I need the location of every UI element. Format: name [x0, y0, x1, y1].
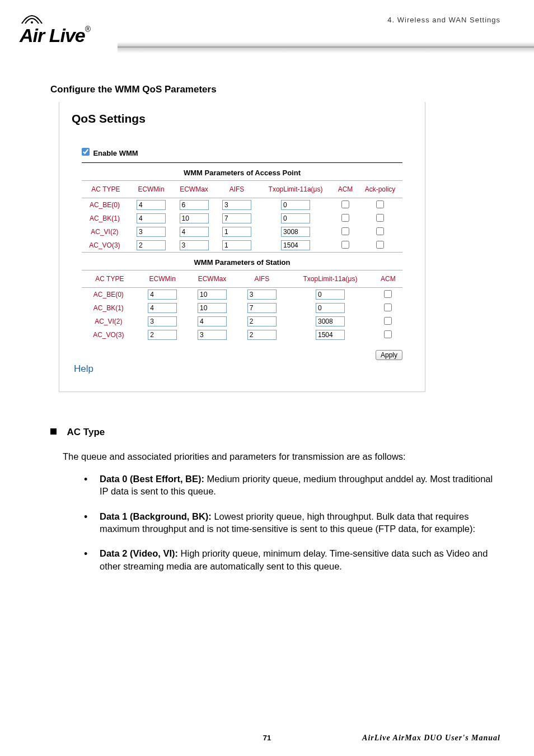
ap-table-caption: WMM Parameters of Access Point [82, 163, 402, 181]
sta-table-caption: WMM Parameters of Station [82, 252, 402, 270]
ecwmin-input[interactable] [148, 290, 177, 300]
ecwmin-input[interactable] [137, 227, 166, 237]
body-text: AC Type The queue and associated priorit… [50, 426, 500, 585]
table-row: AC_VO(3) [82, 328, 402, 342]
txop-input[interactable] [281, 240, 310, 250]
aifs-input[interactable] [247, 303, 277, 313]
logo-text: Air Live [20, 25, 85, 46]
help-link[interactable]: Help [74, 363, 93, 375]
col-acm: ACM [333, 181, 358, 198]
table-row: AC_VI(2) [82, 225, 402, 239]
ack-checkbox[interactable] [376, 227, 384, 235]
acm-checkbox[interactable] [384, 317, 392, 325]
aifs-input[interactable] [222, 200, 251, 210]
col-ecwmin: ECWMin [138, 270, 188, 288]
table-row: AC_BE(0) [82, 198, 402, 212]
square-bullet-icon [50, 428, 57, 435]
txop-input[interactable] [281, 213, 310, 223]
list-item: Data 2 (Video, VI): High priority queue,… [84, 547, 500, 585]
acm-checkbox[interactable] [341, 241, 349, 249]
ecwmin-input[interactable] [148, 330, 177, 340]
qos-title: QoS Settings [72, 112, 413, 125]
ecwmax-input[interactable] [198, 316, 227, 326]
sta-table: AC TYPE ECWMin ECWMax AIFS TxopLimit-11a… [82, 270, 402, 342]
row-type: AC_BE(0) [82, 288, 138, 302]
ack-checkbox[interactable] [376, 241, 384, 249]
aifs-input[interactable] [222, 227, 251, 237]
ecwmax-input[interactable] [180, 200, 209, 210]
aifs-input[interactable] [222, 213, 251, 223]
ecwmax-input[interactable] [198, 290, 227, 300]
row-type: AC_VO(3) [82, 239, 130, 252]
aifs-input[interactable] [247, 290, 277, 300]
acm-checkbox[interactable] [384, 330, 392, 338]
table-row: AC_BK(1) [82, 301, 402, 315]
txop-input[interactable] [316, 330, 345, 340]
txop-input[interactable] [316, 316, 345, 326]
enable-wmm-checkbox[interactable] [82, 148, 90, 156]
txop-input[interactable] [281, 200, 310, 210]
table-row: AC_VI(2) [82, 315, 402, 328]
ecwmax-input[interactable] [198, 330, 227, 340]
ac-type-list: Data 0 (Best Effort, BE): Medium priorit… [84, 473, 500, 585]
col-aifs: AIFS [216, 181, 258, 198]
enable-wmm-label: Enable WMM [93, 149, 138, 157]
ecwmin-input[interactable] [137, 240, 166, 250]
ecwmin-input[interactable] [137, 213, 166, 223]
manual-title: AirLive AirMax DUO User's Manual [362, 734, 500, 743]
row-type: AC_BE(0) [82, 198, 130, 212]
row-type: AC_BK(1) [82, 301, 138, 315]
acm-checkbox[interactable] [341, 214, 349, 222]
aifs-input[interactable] [247, 330, 277, 340]
acm-checkbox[interactable] [384, 290, 392, 298]
row-type: AC_VO(3) [82, 328, 138, 342]
ecwmax-input[interactable] [198, 303, 227, 313]
ap-table-wrap: WMM Parameters of Access Point AC TYPE E… [82, 162, 402, 342]
col-ack: Ack-policy [358, 181, 402, 198]
apply-button[interactable]: Apply [376, 350, 402, 360]
ecwmax-input[interactable] [180, 240, 209, 250]
acm-checkbox[interactable] [384, 304, 392, 311]
intro-paragraph: The queue and associated priorities and … [63, 450, 500, 463]
row-type: AC_VI(2) [82, 315, 138, 328]
section-title: Configure the WMM QoS Parameters [50, 84, 500, 95]
ecwmax-input[interactable] [180, 227, 209, 237]
ecwmin-input[interactable] [148, 316, 177, 326]
row-type: AC_BK(1) [82, 212, 130, 225]
qos-settings-panel: QoS Settings Enable WMM WMM Parameters o… [59, 102, 425, 392]
brand-logo: Air Live® [20, 10, 120, 46]
col-ecwmin: ECWMin [130, 181, 172, 198]
ecwmin-input[interactable] [148, 303, 177, 313]
table-row: AC_BE(0) [82, 288, 402, 302]
ac-type-heading: AC Type [50, 426, 500, 439]
ack-checkbox[interactable] [376, 200, 384, 208]
page-content: Configure the WMM QoS Parameters QoS Set… [0, 67, 534, 585]
acm-checkbox[interactable] [341, 200, 349, 208]
col-txop: TxopLimit-11a(μs) [287, 270, 373, 288]
txop-input[interactable] [316, 290, 345, 300]
aifs-input[interactable] [222, 240, 251, 250]
list-item: Data 0 (Best Effort, BE): Medium priorit… [84, 473, 500, 510]
col-actype: AC TYPE [82, 181, 130, 198]
table-row: AC_VO(3) [82, 239, 402, 252]
col-aifs: AIFS [237, 270, 287, 288]
col-ecwmax: ECWMax [172, 181, 215, 198]
ack-checkbox[interactable] [376, 214, 384, 222]
col-acm: ACM [374, 270, 402, 288]
enable-wmm-row: Enable WMM [82, 148, 413, 158]
col-actype: AC TYPE [82, 270, 138, 288]
row-type: AC_VI(2) [82, 225, 130, 239]
ecwmax-input[interactable] [180, 213, 209, 223]
svg-point-0 [31, 21, 33, 24]
aifs-input[interactable] [247, 316, 277, 326]
col-ecwmax: ECWMax [188, 270, 237, 288]
ecwmin-input[interactable] [137, 200, 166, 210]
table-row: AC_BK(1) [82, 212, 402, 225]
col-txop: TxopLimit-11a(μs) [258, 181, 333, 198]
txop-input[interactable] [316, 303, 345, 313]
apply-row: Apply [72, 349, 402, 360]
txop-input[interactable] [281, 227, 310, 237]
page-header: Air Live® 4. Wireless and WAN Settings [0, 0, 534, 67]
header-divider [118, 31, 534, 59]
acm-checkbox[interactable] [341, 227, 349, 235]
